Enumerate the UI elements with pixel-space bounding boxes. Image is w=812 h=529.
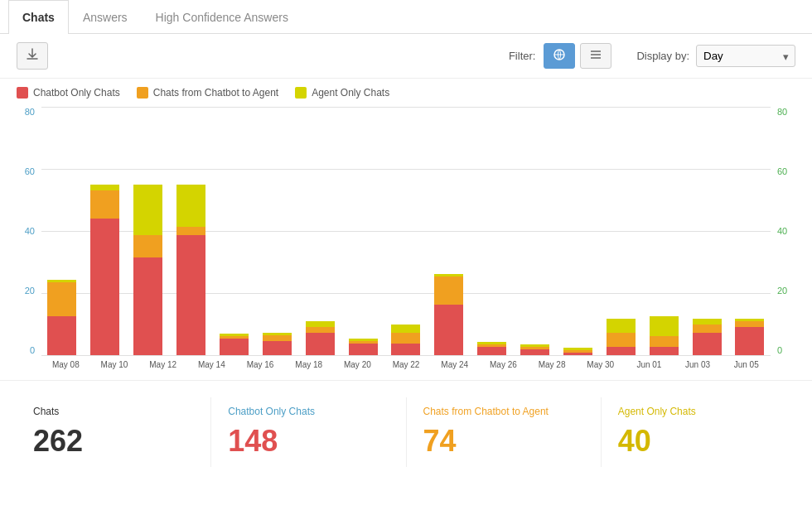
chatbot-bar-8	[391, 344, 420, 355]
bar-group-12	[558, 107, 599, 355]
stat-chatbot-value: 148	[228, 424, 389, 459]
agent-color-dot	[295, 87, 307, 99]
transfer-bar-8	[391, 333, 420, 344]
chatbot-bar-10	[477, 347, 506, 355]
x-label-11: May 30	[576, 357, 625, 380]
chatbot-bar-6	[306, 333, 335, 355]
chatbot-bar-9	[434, 305, 463, 355]
transfer-bar-9	[434, 277, 463, 305]
tab-chats[interactable]: Chats	[8, 0, 69, 34]
transfer-bar-5	[263, 335, 292, 341]
x-label-14: Jun 05	[722, 357, 771, 380]
globe-icon	[553, 48, 566, 61]
x-labels: May 08May 10May 12May 14May 16May 18May …	[41, 357, 771, 380]
legend-transfer-label: Chats from Chatbot to Agent	[153, 87, 278, 99]
legend-chatbot-label: Chatbot Only Chats	[33, 87, 120, 99]
stats-section: Chats 262 Chatbot Only Chats 148 Chats f…	[0, 380, 812, 483]
agent-bar-3	[176, 185, 205, 227]
chatbot-bar-3	[176, 235, 205, 355]
toolbar: Filter: Display by: Day Week	[0, 34, 812, 79]
x-label-0: May 08	[41, 357, 90, 380]
display-select-wrapper: Day Week Month	[696, 45, 795, 67]
bar-group-14	[643, 107, 684, 355]
y-left-80: 80	[25, 107, 35, 117]
bar-group-5	[256, 107, 297, 355]
download-icon	[26, 48, 39, 61]
x-label-13: Jun 03	[674, 357, 723, 380]
y-right-40: 40	[777, 226, 787, 236]
chatbot-bar-7	[349, 344, 378, 355]
stat-chats: Chats 262	[17, 397, 211, 467]
tabs-container: Chats Answers High Confidence Answers Fi…	[0, 0, 812, 483]
chatbot-bar-1	[90, 219, 119, 355]
y-left-20: 20	[25, 286, 35, 296]
tab-answers[interactable]: Answers	[69, 0, 142, 34]
transfer-bar-6	[306, 327, 335, 333]
y-left-40: 40	[25, 226, 35, 236]
bar-group-8	[385, 107, 427, 355]
stat-transfer: Chats from Chatbot to Agent 74	[407, 397, 602, 467]
stat-agent-only: Agent Only Chats 40	[602, 397, 795, 467]
chatbot-bar-5	[263, 341, 292, 355]
y-axis-left: 80 60 40 20 0	[0, 107, 41, 355]
x-label-9: May 26	[479, 357, 528, 380]
chatbot-bar-13	[607, 347, 636, 355]
bar-group-10	[471, 107, 513, 355]
filter-globe-button[interactable]	[544, 43, 575, 69]
stat-agent-value: 40	[618, 424, 779, 459]
y-right-80: 80	[777, 107, 787, 117]
chatbot-color-dot	[17, 87, 28, 99]
chatbot-bar-16	[735, 327, 764, 355]
bar-group-0	[41, 107, 83, 355]
filter-list-button[interactable]	[580, 43, 611, 69]
chatbot-bar-14	[650, 347, 679, 355]
list-icon	[589, 48, 602, 61]
tab-bar: Chats Answers High Confidence Answers	[0, 0, 812, 34]
bar-group-1	[85, 107, 126, 355]
agent-bar-13	[607, 319, 636, 333]
display-section: Display by: Day Week Month	[636, 45, 795, 67]
stat-chats-value: 262	[33, 424, 194, 459]
legend-chatbot: Chatbot Only Chats	[17, 87, 120, 99]
x-label-8: May 24	[430, 357, 479, 380]
bar-group-2	[128, 107, 169, 355]
x-label-5: May 18	[284, 357, 333, 380]
y-right-60: 60	[777, 166, 787, 176]
filter-label: Filter:	[509, 50, 536, 62]
stat-chats-title: Chats	[33, 406, 194, 417]
transfer-bar-1	[90, 190, 119, 219]
x-label-1: May 10	[90, 357, 139, 380]
legend-transfer: Chats from Chatbot to Agent	[137, 87, 278, 99]
stat-chatbot-only: Chatbot Only Chats 148	[211, 397, 406, 467]
transfer-bar-15	[693, 325, 722, 333]
x-label-2: May 12	[138, 357, 187, 380]
bar-group-15	[686, 107, 727, 355]
stat-agent-title: Agent Only Chats	[618, 406, 779, 417]
filter-section: Filter:	[509, 43, 612, 69]
chart-area: 80 60 40 20 0 80 60 40 20 0 May 08May 10…	[0, 107, 812, 380]
x-label-3: May 14	[187, 357, 236, 380]
bar-group-4	[214, 107, 255, 355]
stat-transfer-value: 74	[423, 424, 584, 459]
agent-bar-8	[391, 325, 420, 333]
x-label-7: May 22	[382, 357, 431, 380]
y-left-0: 0	[30, 345, 35, 355]
tab-high-confidence[interactable]: High Confidence Answers	[142, 0, 302, 34]
agent-bar-2	[133, 185, 162, 235]
grid-line-0	[41, 355, 771, 356]
transfer-bar-14	[650, 336, 679, 348]
stat-chatbot-title: Chatbot Only Chats	[228, 406, 389, 417]
transfer-color-dot	[137, 87, 148, 99]
download-button[interactable]	[17, 42, 48, 70]
transfer-bar-0	[47, 282, 76, 316]
bar-group-11	[515, 107, 556, 355]
bar-group-16	[729, 107, 771, 355]
transfer-bar-13	[607, 333, 636, 347]
chatbot-bar-11	[520, 349, 549, 355]
display-select[interactable]: Day Week Month	[696, 45, 795, 67]
transfer-bar-3	[176, 227, 205, 235]
x-label-10: May 28	[528, 357, 577, 380]
agent-bar-6	[306, 321, 335, 327]
y-right-20: 20	[777, 286, 787, 296]
y-axis-right: 80 60 40 20 0	[771, 107, 812, 355]
